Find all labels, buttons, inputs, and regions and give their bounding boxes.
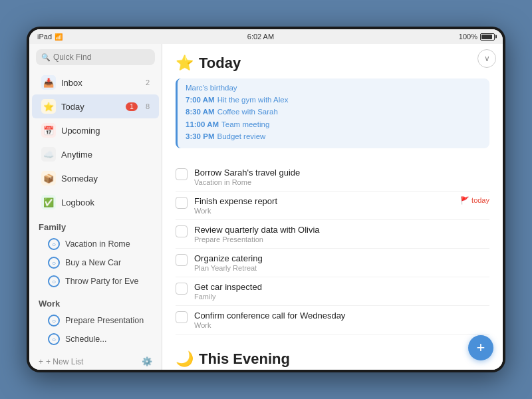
chevron-down-icon: ∨: [484, 54, 490, 63]
task-sub: Plan Yearly Retreat: [194, 264, 489, 272]
task-content: Get car inspected Family: [194, 282, 489, 301]
someday-icon: 📦: [41, 171, 56, 186]
sidebar-item-someday[interactable]: 📦 Someday: [32, 166, 159, 190]
task-sub: Vacation in Rome: [194, 178, 489, 186]
sidebar-item-vacation-rome[interactable]: ○ Vacation in Rome: [29, 235, 162, 253]
add-button[interactable]: +: [468, 335, 493, 360]
sub-item-label: Schedule...: [65, 334, 107, 344]
task-sub: Family: [194, 293, 489, 301]
sidebar-item-logbook[interactable]: ✅ Logbook: [32, 190, 159, 214]
task-content: Confirm conference call for Wednesday Wo…: [194, 311, 489, 329]
work-item-icon2: ○: [48, 333, 60, 345]
task-content: Review quarterly data with Olivia Prepar…: [194, 225, 489, 243]
inbox-icon: 📥: [41, 75, 56, 90]
new-list-row: + + New List ⚙️: [29, 351, 162, 370]
sidebar-items: 📥 Inbox 2 ⭐ Today 1 8 📅 Upcoming: [29, 70, 162, 370]
task-content: Finish expense report Work: [194, 196, 454, 215]
car-icon: ○: [48, 257, 60, 269]
task-checkbox[interactable]: [176, 197, 188, 209]
task-sub: Work: [194, 321, 489, 329]
today-badge: 8: [146, 102, 150, 110]
task-checkbox[interactable]: [176, 254, 188, 266]
table-row: Borrow Sarah's travel guide Vacation in …: [176, 163, 489, 192]
calendar-block: Marc's birthday 7:00 AMHit the gym with …: [176, 78, 489, 148]
today-title-label: Today: [199, 55, 241, 72]
task-checkbox[interactable]: [176, 283, 188, 295]
task-checkbox[interactable]: [176, 311, 188, 323]
screen: iPad 📶 6:02 AM 100% 🔍: [29, 29, 503, 370]
cal-event-0: 7:00 AMHit the gym with Alex: [186, 94, 481, 106]
table-row: Confirm conference call for Wednesday Wo…: [176, 306, 489, 334]
wifi-icon: 📶: [55, 33, 63, 41]
today-icon: ⭐: [41, 99, 56, 114]
sub-item-label: Prepare Presentation: [65, 316, 144, 325]
status-left: iPad 📶: [37, 33, 63, 41]
sidebar-item-throw-party[interactable]: ○ Throw Party for Eve: [29, 272, 162, 291]
task-content: Borrow Sarah's travel guide Vacation in …: [194, 168, 489, 186]
status-right: 100%: [459, 33, 495, 41]
sidebar-item-buy-car[interactable]: ○ Buy a New Car: [29, 253, 162, 272]
sidebar-item-label: Anytime: [61, 150, 150, 160]
ipad-label: iPad: [37, 33, 52, 41]
birthday-label: Marc's birthday: [186, 84, 481, 92]
plus-icon: +: [477, 339, 485, 356]
task-title: Confirm conference call for Wednesday: [194, 311, 489, 321]
sidebar-item-schedule[interactable]: ○ Schedule...: [29, 330, 162, 348]
table-row: Organize catering Plan Yearly Retreat: [176, 249, 489, 277]
search-input[interactable]: [53, 53, 150, 62]
task-content: Organize catering Plan Yearly Retreat: [194, 253, 489, 272]
work-section-header: Work: [29, 291, 162, 311]
device-frame: iPad 📶 6:02 AM 100% 🔍: [27, 27, 505, 372]
content-area: 🔍 📥 Inbox 2 ⭐ Today 1 8: [29, 44, 503, 370]
task-checkbox[interactable]: [176, 225, 188, 237]
task-list: Borrow Sarah's travel guide Vacation in …: [162, 163, 503, 334]
plus-icon: +: [39, 357, 43, 366]
today-badge-red: 1: [126, 102, 138, 111]
vacation-icon: ○: [48, 238, 60, 250]
status-bar: iPad 📶 6:02 AM 100%: [29, 29, 503, 44]
task-flag: 🚩 today: [460, 196, 489, 205]
family-section-header: Family: [29, 214, 162, 235]
task-title: Review quarterly data with Olivia: [194, 225, 489, 235]
main-content: ∨ ⭐ Today Marc's birthday 7:00 AMHit the…: [162, 44, 503, 370]
cal-event-2: 11:00 AMTeam meeting: [186, 118, 481, 130]
evening-section: 🌙 This Evening: [162, 341, 503, 370]
table-row: Get car inspected Family: [176, 277, 489, 306]
task-title: Finish expense report: [194, 196, 454, 206]
new-list-button[interactable]: + + New List: [39, 357, 83, 366]
search-bar[interactable]: 🔍: [36, 49, 155, 65]
task-title: Borrow Sarah's travel guide: [194, 168, 489, 178]
sidebar: 🔍 📥 Inbox 2 ⭐ Today 1 8: [29, 44, 162, 370]
battery-label: 100%: [459, 33, 477, 41]
sub-item-label: Vacation in Rome: [65, 239, 130, 249]
task-sub: Work: [194, 207, 454, 215]
sidebar-item-prepare-presentation[interactable]: ○ Prepare Presentation: [29, 311, 162, 330]
sidebar-item-upcoming[interactable]: 📅 Upcoming: [32, 118, 159, 142]
sidebar-item-label: Inbox: [61, 78, 140, 88]
table-row: Review quarterly data with Olivia Prepar…: [176, 220, 489, 249]
flag-label: today: [471, 196, 489, 204]
chevron-button[interactable]: ∨: [477, 49, 496, 68]
sidebar-item-anytime[interactable]: ☁️ Anytime: [32, 142, 159, 166]
logbook-icon: ✅: [41, 195, 56, 209]
sub-item-label: Buy a New Car: [65, 258, 121, 267]
upcoming-icon: 📅: [41, 123, 56, 138]
gear-icon[interactable]: ⚙️: [142, 356, 152, 366]
sidebar-item-label: Someday: [61, 174, 150, 184]
today-section: ⭐ Today Marc's birthday 7:00 AMHit the g…: [162, 44, 503, 163]
task-title: Organize catering: [194, 253, 489, 263]
party-icon: ○: [48, 275, 60, 287]
today-title: ⭐ Today: [176, 55, 489, 72]
sidebar-item-label: Today: [61, 102, 120, 112]
task-checkbox[interactable]: [176, 168, 188, 180]
status-time: 6:02 AM: [247, 33, 274, 41]
flag-icon: 🚩: [460, 196, 469, 205]
anytime-icon: ☁️: [41, 147, 56, 162]
sidebar-item-today[interactable]: ⭐ Today 1 8: [32, 94, 159, 118]
sidebar-item-inbox[interactable]: 📥 Inbox 2: [32, 70, 159, 94]
table-row: Finish expense report Work 🚩 today: [176, 192, 489, 220]
search-icon: 🔍: [41, 53, 51, 62]
star-icon: ⭐: [176, 55, 194, 72]
task-title: Get car inspected: [194, 282, 489, 292]
work-item-icon: ○: [48, 315, 60, 327]
